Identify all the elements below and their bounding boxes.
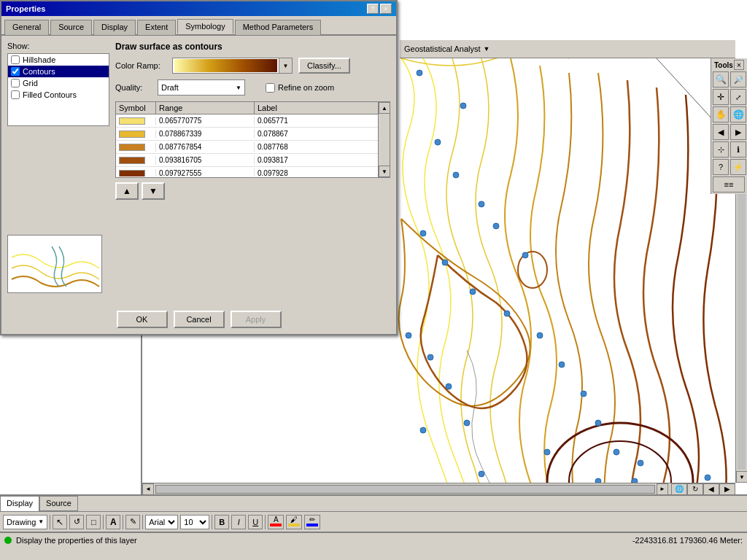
table-row[interactable]: 0.087767854 0.087768 bbox=[116, 141, 390, 154]
geo-analyst-header[interactable]: Geostatistical Analyst ▼ bbox=[400, 40, 735, 58]
tool-back[interactable]: ◀ bbox=[713, 124, 729, 140]
main-toolbar: Drawing ▼ ↖ ↺ □ A ✎ Arial 10 B I U A 🖌 bbox=[0, 512, 747, 532]
preview-svg bbox=[8, 236, 102, 293]
move-up-button[interactable]: ▲ bbox=[115, 182, 139, 200]
tool-select[interactable]: ⊹ bbox=[713, 141, 729, 158]
move-buttons: ▲ ▼ bbox=[115, 182, 390, 200]
tool-extent[interactable]: ⤢ bbox=[730, 89, 746, 105]
svg-point-12 bbox=[537, 332, 543, 338]
cancel-button[interactable]: Cancel bbox=[174, 311, 225, 328]
h-scrollbar[interactable]: ◄ ► 🌐 ↻ ◀ ▶ bbox=[142, 483, 735, 494]
scroll-left-btn[interactable]: ◄ bbox=[142, 483, 154, 495]
show-item-contours[interactable]: Contours bbox=[8, 66, 109, 77]
line-color-btn[interactable]: ✏ bbox=[304, 515, 320, 529]
tab-extent[interactable]: Extent bbox=[137, 20, 176, 35]
scroll-right-btn[interactable]: ► bbox=[657, 483, 668, 495]
tool-grid[interactable]: ≡≡ bbox=[713, 176, 745, 192]
show-item-filled-contours[interactable]: Filled Contours bbox=[8, 89, 109, 101]
tools-close-btn[interactable]: × bbox=[734, 60, 744, 70]
scroll-thumb-h[interactable] bbox=[155, 485, 655, 494]
symbology-section: Draw surface as contours Color Ramp: ▼ C… bbox=[115, 42, 390, 289]
hillshade-checkbox[interactable] bbox=[11, 55, 20, 64]
tab-symbology[interactable]: Symbology bbox=[177, 19, 233, 34]
refine-zoom-checkbox[interactable] bbox=[266, 83, 275, 93]
bold-button[interactable]: B bbox=[214, 515, 229, 529]
tool-forward[interactable]: ▶ bbox=[730, 124, 746, 140]
quality-arrow[interactable]: ▼ bbox=[236, 85, 241, 91]
classify-button[interactable]: Classify... bbox=[298, 58, 350, 74]
italic-button[interactable]: I bbox=[231, 515, 246, 529]
map-toolbar-icon2[interactable]: ↻ bbox=[687, 483, 703, 495]
scroll-down-btn[interactable]: ▼ bbox=[736, 471, 747, 483]
svg-point-9 bbox=[442, 260, 448, 265]
tool-paint[interactable]: ✎ bbox=[125, 515, 140, 529]
dialog-help-btn[interactable]: ? bbox=[367, 4, 379, 14]
table-scroll-down[interactable]: ▼ bbox=[379, 166, 390, 177]
color-ramp-arrow[interactable]: ▼ bbox=[279, 58, 292, 73]
contours-checkbox[interactable] bbox=[11, 67, 20, 76]
col-range: Range bbox=[156, 102, 255, 114]
table-row[interactable]: 0.093816705 0.093817 bbox=[116, 154, 390, 167]
row2-symbol bbox=[116, 130, 156, 139]
row3-swatch bbox=[119, 144, 145, 151]
tool-text[interactable]: A bbox=[106, 515, 120, 529]
dialog-close-btn[interactable]: × bbox=[380, 4, 392, 14]
tool-crosshair[interactable]: ✛ bbox=[713, 89, 729, 105]
apply-button[interactable]: Apply bbox=[231, 311, 282, 328]
ok-button[interactable]: OK bbox=[117, 311, 168, 328]
tab-method-parameters[interactable]: Method Parameters bbox=[235, 20, 322, 35]
font-color-btn[interactable]: A bbox=[268, 515, 284, 529]
drawing-dropdown[interactable]: Drawing ▼ bbox=[3, 515, 47, 529]
tool-zoom-out[interactable]: 🔎 bbox=[730, 71, 746, 88]
tab-display-bottom[interactable]: Display bbox=[0, 496, 39, 511]
svg-point-7 bbox=[479, 201, 484, 207]
table-row[interactable]: 0.065770775 0.065771 bbox=[116, 114, 390, 128]
filled-contours-label: Filled Contours bbox=[23, 90, 77, 99]
map-toolbar-icon3[interactable]: ◀ bbox=[703, 483, 719, 495]
move-down-button[interactable]: ▼ bbox=[142, 182, 165, 200]
font-selector[interactable]: Arial bbox=[145, 515, 178, 529]
table-scroll-up[interactable]: ▲ bbox=[379, 102, 390, 114]
table-row[interactable]: 0.097927555 0.097928 bbox=[116, 167, 390, 176]
underline-button[interactable]: U bbox=[248, 515, 263, 529]
svg-point-25 bbox=[522, 252, 528, 258]
row3-symbol bbox=[116, 143, 156, 152]
table-scrollbar[interactable]: ▲ ▼ bbox=[378, 102, 390, 177]
row2-swatch bbox=[119, 131, 145, 138]
svg-point-3 bbox=[417, 70, 422, 76]
tool-globe[interactable]: 🌐 bbox=[730, 106, 746, 122]
row2-range: 0.078867339 bbox=[156, 129, 255, 139]
tool-cursor[interactable]: ↖ bbox=[53, 515, 67, 529]
grid-checkbox[interactable] bbox=[11, 79, 20, 88]
tool-undo[interactable]: ↺ bbox=[69, 515, 84, 529]
tool-pan[interactable]: ✋ bbox=[713, 106, 729, 122]
tab-display[interactable]: Display bbox=[93, 20, 136, 35]
toolbar-sep3 bbox=[123, 515, 123, 529]
svg-point-23 bbox=[446, 384, 452, 389]
svg-point-26 bbox=[493, 223, 499, 229]
font-size-selector[interactable]: 10 bbox=[180, 515, 209, 529]
filled-contours-checkbox[interactable] bbox=[11, 90, 20, 99]
show-item-hillshade[interactable]: Hillshade bbox=[8, 54, 109, 66]
titlebar-buttons: ? × bbox=[367, 4, 392, 14]
tool-zoom-in[interactable]: 🔍 bbox=[713, 71, 729, 88]
geo-analyst-arrow[interactable]: ▼ bbox=[484, 45, 490, 52]
tool-lightning[interactable]: ⚡ bbox=[730, 159, 746, 175]
map-toolbar-icon1[interactable]: 🌐 bbox=[671, 483, 687, 495]
tab-source[interactable]: Source bbox=[50, 20, 92, 35]
map-toolbar-icon4[interactable]: ▶ bbox=[719, 483, 735, 495]
tab-general[interactable]: General bbox=[4, 20, 49, 35]
col-symbol: Symbol bbox=[116, 102, 156, 114]
row5-label: 0.097928 bbox=[255, 168, 390, 176]
table-row[interactable]: 0.078867339 0.078867 bbox=[116, 128, 390, 141]
show-item-grid[interactable]: Grid bbox=[8, 77, 109, 89]
quality-value: Draft bbox=[161, 83, 179, 92]
fill-color-btn[interactable]: 🖌 bbox=[286, 515, 302, 529]
color-ramp-select[interactable]: ▼ bbox=[172, 58, 293, 74]
svg-point-10 bbox=[470, 289, 476, 295]
tab-source-bottom[interactable]: Source bbox=[39, 496, 78, 511]
tool-rect-draw[interactable]: □ bbox=[86, 515, 101, 529]
tool-help[interactable]: ? bbox=[713, 159, 729, 175]
tool-info[interactable]: ℹ bbox=[730, 141, 746, 158]
quality-select[interactable]: Draft ▼ bbox=[158, 79, 245, 96]
